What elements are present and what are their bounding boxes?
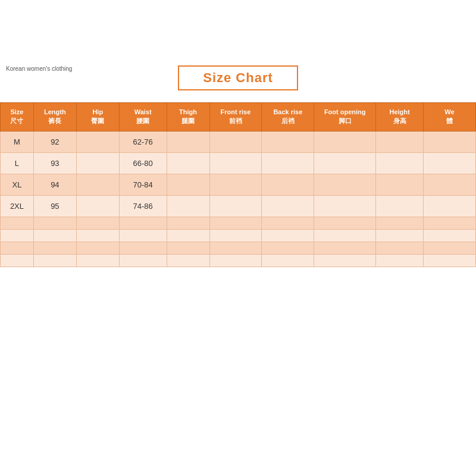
cell-size xyxy=(1,229,34,242)
cell-hip xyxy=(76,242,119,254)
cell-length: 94 xyxy=(33,174,76,195)
cell-thigh xyxy=(167,242,209,254)
cell-waist xyxy=(119,217,167,229)
table-row: 2XL9574-86 xyxy=(1,195,476,217)
cell-weight xyxy=(424,152,476,174)
cell-height xyxy=(376,195,424,217)
table-row xyxy=(1,217,476,229)
cell-front xyxy=(209,254,262,267)
table-row xyxy=(1,242,476,254)
cell-front xyxy=(209,195,262,217)
size-chart-title: Size Chart xyxy=(178,65,298,90)
col-header-hip: Hip臀圍 xyxy=(76,103,119,131)
cell-weight xyxy=(424,217,476,229)
cell-waist xyxy=(119,254,167,267)
cell-weight xyxy=(424,195,476,217)
cell-back xyxy=(262,195,314,217)
cell-front xyxy=(209,242,262,254)
cell-waist xyxy=(119,229,167,242)
cell-length: 92 xyxy=(33,131,76,152)
cell-height xyxy=(376,152,424,174)
cell-waist: 74-86 xyxy=(119,195,167,217)
cell-weight xyxy=(424,242,476,254)
col-header-back-rise: Back rise后裆 xyxy=(262,103,314,131)
cell-thigh xyxy=(167,195,209,217)
cell-thigh xyxy=(167,229,209,242)
cell-waist: 62-76 xyxy=(119,131,167,152)
cell-foot xyxy=(314,195,376,217)
cell-hip xyxy=(76,229,119,242)
cell-foot xyxy=(314,242,376,254)
size-table-container: Size尺寸 Length裤長 Hip臀圍 Waist腰圍 Thigh腿圍 Fr… xyxy=(0,102,476,267)
cell-thigh xyxy=(167,131,209,152)
col-header-thigh: Thigh腿圍 xyxy=(167,103,209,131)
cell-size xyxy=(1,217,34,229)
cell-height xyxy=(376,174,424,195)
cell-thigh xyxy=(167,217,209,229)
cell-waist xyxy=(119,242,167,254)
cell-length xyxy=(33,217,76,229)
cell-front xyxy=(209,152,262,174)
cell-foot xyxy=(314,229,376,242)
cell-foot xyxy=(314,131,376,152)
table-row: XL9470-84 xyxy=(1,174,476,195)
cell-weight xyxy=(424,229,476,242)
cell-height xyxy=(376,254,424,267)
cell-back xyxy=(262,254,314,267)
cell-back xyxy=(262,229,314,242)
table-row: M9262-76 xyxy=(1,131,476,152)
cell-back xyxy=(262,174,314,195)
cell-front xyxy=(209,229,262,242)
size-table: Size尺寸 Length裤長 Hip臀圍 Waist腰圍 Thigh腿圍 Fr… xyxy=(0,102,476,267)
cell-front xyxy=(209,217,262,229)
cell-back xyxy=(262,242,314,254)
cell-size: XL xyxy=(1,174,34,195)
cell-weight xyxy=(424,131,476,152)
cell-front xyxy=(209,174,262,195)
cell-length xyxy=(33,229,76,242)
col-header-height: Height身高 xyxy=(376,103,424,131)
cell-front xyxy=(209,131,262,152)
cell-foot xyxy=(314,174,376,195)
cell-size xyxy=(1,254,34,267)
table-row: L9366-80 xyxy=(1,152,476,174)
top-label: Korean women's clothing xyxy=(6,65,72,72)
cell-foot xyxy=(314,152,376,174)
cell-height xyxy=(376,217,424,229)
cell-back xyxy=(262,217,314,229)
cell-length xyxy=(33,254,76,267)
col-header-front-rise: Front rise前裆 xyxy=(209,103,262,131)
cell-size: L xyxy=(1,152,34,174)
cell-waist: 70-84 xyxy=(119,174,167,195)
cell-thigh xyxy=(167,254,209,267)
cell-foot xyxy=(314,217,376,229)
cell-height xyxy=(376,229,424,242)
col-header-length: Length裤長 xyxy=(33,103,76,131)
table-header-row: Size尺寸 Length裤長 Hip臀圍 Waist腰圍 Thigh腿圍 Fr… xyxy=(1,103,476,131)
cell-thigh xyxy=(167,152,209,174)
table-row xyxy=(1,229,476,242)
cell-foot xyxy=(314,254,376,267)
col-header-size: Size尺寸 xyxy=(1,103,34,131)
cell-hip xyxy=(76,254,119,267)
cell-hip xyxy=(76,131,119,152)
cell-size xyxy=(1,242,34,254)
col-header-waist: Waist腰圍 xyxy=(119,103,167,131)
col-header-weight: We體 xyxy=(424,103,476,131)
cell-thigh xyxy=(167,174,209,195)
cell-size: M xyxy=(1,131,34,152)
cell-height xyxy=(376,131,424,152)
cell-hip xyxy=(76,174,119,195)
cell-weight xyxy=(424,254,476,267)
cell-length: 93 xyxy=(33,152,76,174)
cell-size: 2XL xyxy=(1,195,34,217)
cell-hip xyxy=(76,195,119,217)
cell-weight xyxy=(424,174,476,195)
col-header-foot-opening: Foot opening脚口 xyxy=(314,103,376,131)
cell-length: 95 xyxy=(33,195,76,217)
cell-waist: 66-80 xyxy=(119,152,167,174)
cell-length xyxy=(33,242,76,254)
cell-hip xyxy=(76,152,119,174)
table-row xyxy=(1,254,476,267)
cell-back xyxy=(262,131,314,152)
